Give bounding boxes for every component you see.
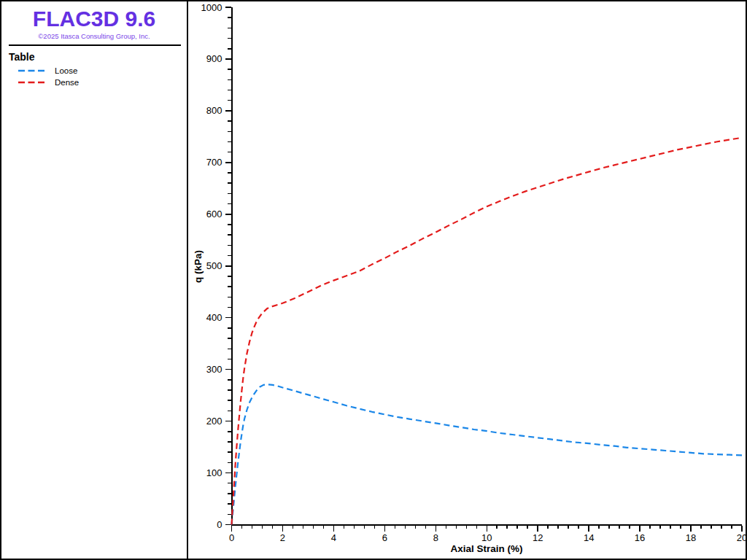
y-tick-label: 200 xyxy=(206,416,222,427)
legend-label: Dense xyxy=(55,78,79,87)
y-tick-label: 400 xyxy=(206,312,222,323)
x-tick-label: 18 xyxy=(686,532,696,543)
x-tick-label: 12 xyxy=(533,532,543,543)
axes xyxy=(225,7,743,532)
x-tick-label: 4 xyxy=(331,532,336,543)
x-axis-title: Axial Strain (%) xyxy=(414,543,560,554)
x-tick-label: 10 xyxy=(481,532,492,543)
x-tick-label: 2 xyxy=(280,532,285,543)
x-tick-label: 8 xyxy=(433,532,438,543)
legend-item-loose: Loose xyxy=(18,65,187,77)
y-tick-label: 100 xyxy=(206,467,222,478)
info-panel: FLAC3D 9.6 ©2025 Itasca Consulting Group… xyxy=(1,1,188,559)
y-tick-label: 700 xyxy=(206,157,222,168)
y-tick-label: 600 xyxy=(206,209,222,219)
y-tick-label: 500 xyxy=(206,260,222,271)
legend-heading: Table xyxy=(9,51,187,63)
branding: FLAC3D 9.6 ©2025 Itasca Consulting Group… xyxy=(1,7,187,41)
y-axis-title: q (kPa) xyxy=(193,245,204,289)
legend: LooseDense xyxy=(18,65,187,88)
app-title: FLAC3D 9.6 xyxy=(1,7,187,31)
y-tick-label: 300 xyxy=(206,364,222,375)
loose-curve xyxy=(232,384,743,524)
y-tick-label: 800 xyxy=(206,105,222,116)
y-tick-label: 0 xyxy=(217,519,222,530)
x-tick-label: 0 xyxy=(229,532,234,543)
copyright-text: ©2025 Itasca Consulting Group, Inc. xyxy=(1,31,187,41)
y-tick-label: 900 xyxy=(206,53,222,64)
x-tick-label: 14 xyxy=(584,532,594,543)
legend-item-dense: Dense xyxy=(18,77,187,88)
chart-area: 0246810121416182001002003004005006007008… xyxy=(188,1,747,559)
header-divider xyxy=(9,44,181,46)
x-tick-label: 20 xyxy=(737,532,747,543)
loose-dash-swatch xyxy=(18,69,44,72)
chart-canvas: 0246810121416182001002003004005006007008… xyxy=(188,1,747,559)
dense-curve xyxy=(232,138,743,525)
plot-window: FLAC3D 9.6 ©2025 Itasca Consulting Group… xyxy=(0,0,747,560)
tick-labels: 0246810121416182001002003004005006007008… xyxy=(201,2,747,543)
y-tick-label: 1000 xyxy=(201,2,222,13)
legend-label: Loose xyxy=(55,66,77,75)
dense-dash-swatch xyxy=(18,81,44,84)
x-tick-label: 16 xyxy=(635,532,645,543)
x-tick-label: 6 xyxy=(382,532,387,543)
